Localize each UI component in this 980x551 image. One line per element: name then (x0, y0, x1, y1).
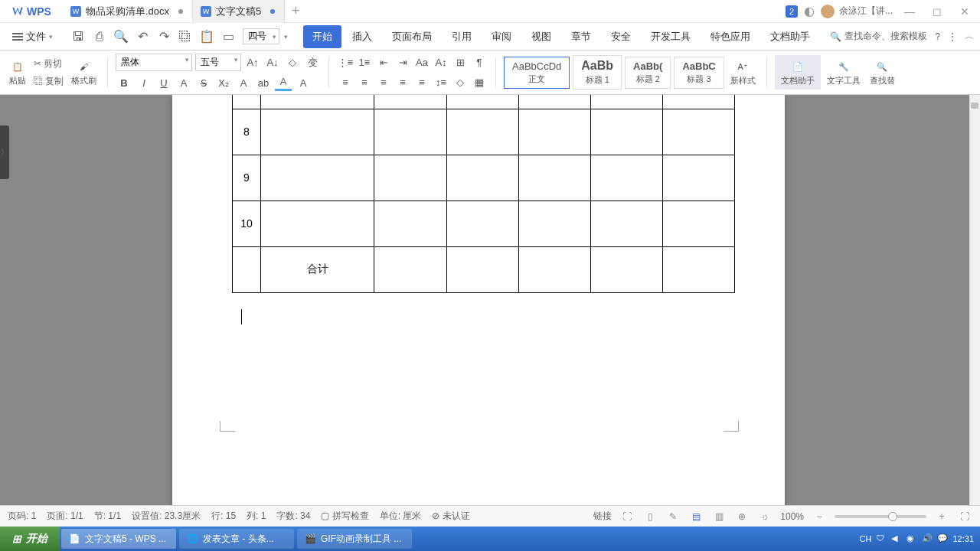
print-icon[interactable]: ⎙ (91, 28, 108, 45)
status-cert[interactable]: ⊘ 未认证 (432, 510, 469, 523)
table-cell[interactable] (591, 155, 663, 201)
copy-icon[interactable]: ⿻ (177, 28, 194, 45)
save-icon[interactable]: 🖫 (70, 28, 87, 45)
style-h2[interactable]: AaBb( 标题 2 (625, 57, 671, 89)
system-tray[interactable]: CH 🛡 ◀ ◉ 🔊 💬 12:31 (854, 533, 980, 544)
table-cell[interactable] (374, 155, 447, 201)
table-cell[interactable] (519, 155, 591, 201)
status-col[interactable]: 列: 1 (247, 510, 266, 523)
table-cell[interactable] (374, 246, 447, 292)
tab-start[interactable]: 开始 (303, 25, 341, 48)
table-cell[interactable] (591, 109, 663, 155)
tray-icon[interactable]: ◀ (891, 533, 902, 544)
table-cell[interactable] (261, 95, 374, 109)
change-case-icon[interactable]: Aa (413, 54, 430, 71)
zoom-out-button[interactable]: − (812, 509, 827, 524)
table-cell[interactable] (663, 95, 735, 109)
outline-icon[interactable]: ▥ (711, 509, 727, 524)
help-icon[interactable]: ? (935, 31, 940, 42)
underline-button[interactable]: U (155, 74, 172, 91)
table-cell[interactable] (519, 201, 591, 246)
tray-icon[interactable]: 💬 (937, 533, 948, 544)
search-box[interactable]: 🔍 查找命令、搜索模板 (830, 30, 927, 43)
style-body[interactable]: AaBbCcDd 正文 (504, 57, 570, 89)
font-size-qat[interactable]: 四号 (243, 28, 279, 44)
doc-helper-button[interactable]: 📄 文档助手 (775, 55, 821, 90)
zoom-in-button[interactable]: + (934, 509, 949, 524)
decrease-font-icon[interactable]: A↓ (264, 54, 281, 71)
fit-page-icon[interactable]: ⛶ (957, 509, 972, 524)
font-color-button[interactable]: A (175, 74, 192, 91)
status-section[interactable]: 节: 1/1 (94, 510, 121, 523)
find-replace-button[interactable]: 🔍 查找替 (867, 57, 898, 88)
char-shading-button[interactable]: ab (255, 74, 272, 91)
collapse-ribbon-icon[interactable]: ︿ (965, 30, 974, 43)
taskbar-item[interactable]: 📄 文字文稿5 - WPS ... (61, 529, 176, 549)
status-unit[interactable]: 单位: 厘米 (380, 510, 422, 523)
table-cell[interactable] (447, 201, 519, 246)
eye-care-icon[interactable]: ☼ (757, 509, 773, 524)
table-cell[interactable] (663, 201, 735, 246)
page-setup-icon[interactable]: ▭ (220, 28, 237, 45)
tab-review[interactable]: 审阅 (482, 25, 521, 48)
tab-view[interactable]: 视图 (522, 25, 560, 48)
table-cell[interactable]: 合计 (261, 246, 374, 292)
read-mode-icon[interactable]: ▯ (642, 509, 658, 524)
taskbar-item[interactable]: 🌐 发表文章 - 头条... (179, 529, 294, 549)
wps-logo[interactable]: WPS (0, 5, 63, 18)
increase-font-icon[interactable]: A↑ (244, 54, 261, 71)
status-link[interactable]: 链接 (593, 510, 612, 523)
vertical-scrollbar[interactable] (969, 95, 980, 505)
undo-icon[interactable]: ↶ (134, 28, 151, 45)
tab-special[interactable]: 特色应用 (701, 25, 760, 48)
table-cell[interactable]: 10 (233, 201, 261, 246)
table-cell[interactable] (663, 155, 735, 201)
status-page[interactable]: 页面: 1/1 (47, 510, 83, 523)
paste-button[interactable]: 📋 粘贴 (6, 57, 29, 88)
char-border-button[interactable]: A (235, 74, 252, 91)
table-cell[interactable] (233, 246, 261, 292)
borders-icon[interactable]: ▦ (471, 74, 488, 91)
asian-layout-icon[interactable]: A↕ (433, 54, 449, 71)
tab-dev[interactable]: 开发工具 (642, 25, 700, 48)
distribute-icon[interactable]: ≡ (413, 74, 430, 91)
shading-icon[interactable]: ◇ (452, 74, 469, 91)
print-preview-icon[interactable]: 🔍 (113, 28, 129, 45)
clear-format-icon[interactable]: ◇ (284, 54, 301, 71)
tab-chapter[interactable]: 章节 (562, 25, 600, 48)
paste-icon[interactable]: 📋 (198, 28, 215, 45)
text-tools-button[interactable]: 🔧 文字工具 (824, 57, 864, 88)
table-cell[interactable] (591, 95, 663, 109)
phonetic-icon[interactable]: 变 (304, 54, 321, 71)
status-page-no[interactable]: 页码: 1 (8, 510, 36, 523)
table-cell[interactable] (374, 109, 447, 155)
maximize-button[interactable]: ◻ (926, 1, 948, 22)
file-menu[interactable]: 文件 ▾ (6, 27, 59, 47)
document-tab-1[interactable]: W 物品采购清单.docx (63, 0, 193, 23)
lang-indicator[interactable]: CH (860, 534, 872, 543)
table-cell[interactable] (233, 95, 261, 109)
fullscreen-icon[interactable]: ⛶ (619, 509, 635, 524)
tabs-icon[interactable]: ⊞ (452, 54, 469, 71)
new-tab-button[interactable]: + (285, 1, 306, 22)
redo-icon[interactable]: ↷ (155, 28, 172, 45)
edit-mode-icon[interactable]: ✎ (665, 509, 681, 524)
table-cell[interactable] (447, 155, 519, 201)
align-right-icon[interactable]: ≡ (375, 74, 392, 91)
tray-icon[interactable]: ◉ (906, 533, 917, 544)
font-effects-button[interactable]: A (295, 74, 312, 91)
tab-insert[interactable]: 插入 (343, 25, 381, 48)
table-cell[interactable] (663, 109, 735, 155)
style-h3[interactable]: AaBbC 标题 3 (674, 57, 724, 89)
numbering-icon[interactable]: 1≡ (356, 54, 373, 71)
table-cell[interactable] (261, 155, 374, 201)
notification-badge[interactable]: 2 (786, 5, 798, 18)
italic-button[interactable]: I (136, 74, 152, 91)
chevron-down-icon[interactable]: ▾ (284, 33, 288, 41)
table-cell[interactable] (374, 201, 447, 246)
table-cell[interactable] (447, 246, 519, 292)
status-line[interactable]: 行: 15 (211, 510, 236, 523)
status-spell[interactable]: ▢ 拼写检查 (321, 510, 368, 523)
copy-button[interactable]: ⿻复制 (32, 73, 65, 90)
side-panel-tab[interactable]: 〉 (0, 126, 9, 179)
